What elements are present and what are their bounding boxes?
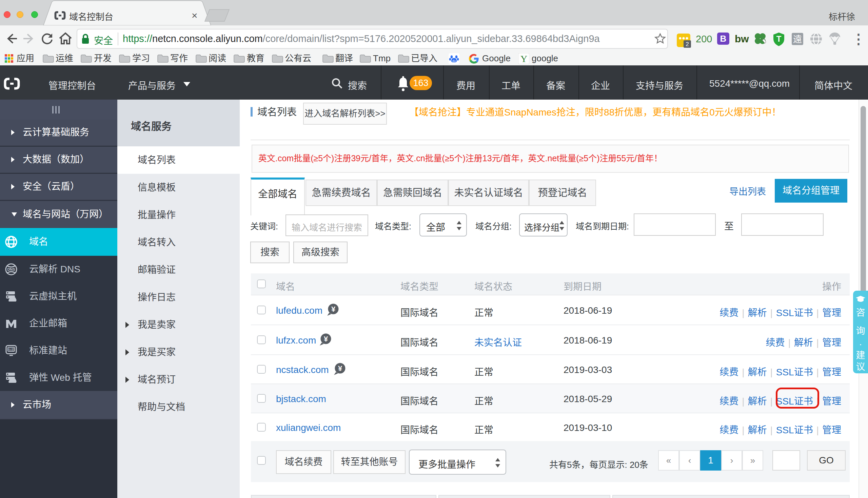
svg-text:标建: 标建 — [8, 348, 14, 351]
svg-text:du: du — [452, 59, 456, 63]
svg-text:遠: 遠 — [793, 34, 802, 44]
svg-text:2: 2 — [686, 41, 689, 48]
svg-text:DNS: DNS — [7, 267, 15, 271]
svg-text:¥: ¥ — [324, 335, 328, 343]
svg-text:T: T — [777, 34, 781, 43]
svg-text:¥: ¥ — [331, 305, 336, 313]
svg-text:B: B — [720, 34, 727, 44]
svg-text:Y: Y — [521, 53, 527, 64]
svg-text:¥: ¥ — [338, 364, 343, 373]
